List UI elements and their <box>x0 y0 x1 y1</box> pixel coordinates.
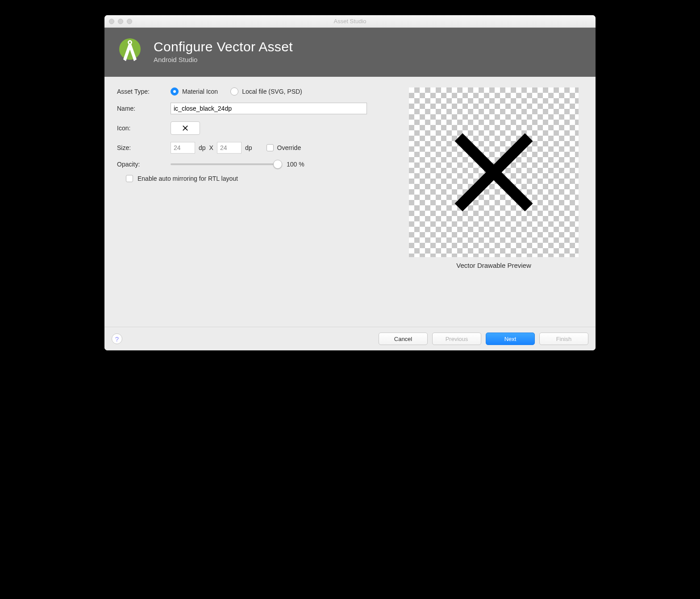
size-unit-1: dp <box>199 144 206 151</box>
window-title: Asset Studio <box>104 18 596 25</box>
close-icon <box>181 124 190 133</box>
dialog-window: Asset Studio Configure Vector Asset Andr… <box>104 15 596 350</box>
name-label: Name: <box>117 105 171 112</box>
name-input[interactable] <box>171 103 367 114</box>
asset-type-material-label: Material Icon <box>182 88 218 95</box>
android-studio-icon <box>114 36 146 67</box>
titlebar: Asset Studio <box>104 15 596 28</box>
form-column: Asset Type: Material Icon Local file (SV… <box>117 87 390 322</box>
next-button[interactable]: Next <box>486 333 535 345</box>
asset-type-label: Asset Type: <box>117 88 171 95</box>
override-checkbox[interactable] <box>267 144 274 151</box>
radio-unselected-icon <box>230 87 238 96</box>
override-label: Override <box>277 144 301 151</box>
previous-button[interactable]: Previous <box>432 333 481 345</box>
help-icon: ? <box>115 335 119 343</box>
dialog-header: Configure Vector Asset Android Studio <box>104 28 596 77</box>
size-width-input[interactable] <box>171 142 195 154</box>
size-separator: X <box>209 144 213 151</box>
icon-picker-button[interactable] <box>171 121 200 135</box>
finish-button[interactable]: Finish <box>539 333 588 345</box>
preview-caption: Vector Drawable Preview <box>404 262 583 269</box>
preview-column: Vector Drawable Preview <box>404 87 583 322</box>
size-label: Size: <box>117 144 171 151</box>
dialog-title: Configure Vector Asset <box>154 39 293 54</box>
opacity-value: 100 % <box>287 161 304 168</box>
radio-selected-icon <box>171 87 179 96</box>
preview-canvas <box>409 87 579 257</box>
size-unit-2: dp <box>245 144 252 151</box>
slider-thumb-icon[interactable] <box>273 160 282 169</box>
icon-label: Icon: <box>117 125 171 132</box>
dialog-content: Asset Type: Material Icon Local file (SV… <box>104 77 596 327</box>
rtl-mirror-checkbox[interactable] <box>126 175 133 182</box>
help-button[interactable]: ? <box>112 333 122 344</box>
opacity-slider[interactable] <box>171 163 278 165</box>
cancel-button[interactable]: Cancel <box>379 333 428 345</box>
dialog-footer: ? Cancel Previous Next Finish <box>104 327 596 350</box>
rtl-mirror-label: Enable auto mirroring for RTL layout <box>138 175 238 182</box>
asset-type-material-radio[interactable]: Material Icon <box>171 87 218 96</box>
asset-type-local-label: Local file (SVG, PSD) <box>242 88 302 95</box>
opacity-label: Opacity: <box>117 161 171 168</box>
size-height-input[interactable] <box>217 142 242 154</box>
asset-type-local-radio[interactable]: Local file (SVG, PSD) <box>230 87 302 96</box>
dialog-subtitle: Android Studio <box>154 56 293 63</box>
preview-close-icon <box>427 105 561 239</box>
svg-point-1 <box>129 42 131 43</box>
